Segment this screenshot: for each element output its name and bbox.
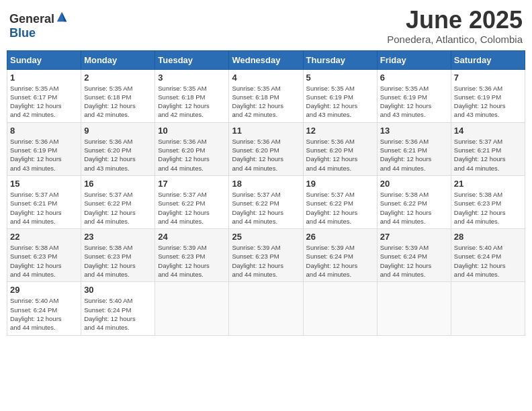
day-info: Sunrise: 5:36 AMSunset: 6:20 PMDaylight:… (306, 137, 374, 173)
day-number: 2 (84, 73, 152, 83)
day-number: 7 (454, 73, 522, 83)
calendar-day-cell: 22Sunrise: 5:38 AMSunset: 6:23 PMDayligh… (7, 229, 81, 282)
day-info: Sunrise: 5:40 AMSunset: 6:24 PMDaylight:… (10, 296, 78, 332)
calendar-table: SundayMondayTuesdayWednesdayThursdayFrid… (7, 50, 525, 336)
day-info: Sunrise: 5:35 AMSunset: 6:17 PMDaylight:… (10, 84, 78, 120)
day-info: Sunrise: 5:39 AMSunset: 6:24 PMDaylight:… (380, 243, 448, 279)
day-number: 19 (306, 179, 374, 189)
calendar-day-cell: 21Sunrise: 5:38 AMSunset: 6:23 PMDayligh… (451, 175, 525, 228)
day-number: 14 (454, 126, 522, 136)
calendar-day-cell: 2Sunrise: 5:35 AMSunset: 6:18 PMDaylight… (81, 69, 155, 122)
calendar-day-cell: 29Sunrise: 5:40 AMSunset: 6:24 PMDayligh… (7, 282, 81, 335)
calendar-day-cell: 19Sunrise: 5:37 AMSunset: 6:22 PMDayligh… (303, 175, 377, 228)
calendar-day-cell: 3Sunrise: 5:35 AMSunset: 6:18 PMDaylight… (155, 69, 229, 122)
day-info: Sunrise: 5:38 AMSunset: 6:22 PMDaylight:… (380, 190, 448, 226)
day-number: 6 (380, 73, 448, 83)
day-number: 4 (232, 73, 300, 83)
day-info: Sunrise: 5:35 AMSunset: 6:19 PMDaylight:… (306, 84, 374, 120)
day-number: 25 (232, 232, 300, 242)
logo-blue: Blue (9, 26, 36, 40)
calendar-header-wednesday: Wednesday (229, 50, 303, 69)
day-number: 24 (158, 232, 226, 242)
day-number: 23 (84, 232, 152, 242)
day-info: Sunrise: 5:36 AMSunset: 6:19 PMDaylight:… (10, 137, 78, 173)
day-number: 15 (10, 179, 78, 189)
day-info: Sunrise: 5:40 AMSunset: 6:24 PMDaylight:… (84, 296, 152, 332)
calendar-day-cell: 24Sunrise: 5:39 AMSunset: 6:23 PMDayligh… (155, 229, 229, 282)
calendar-header-saturday: Saturday (451, 50, 525, 69)
calendar-day-cell (303, 282, 377, 335)
day-info: Sunrise: 5:39 AMSunset: 6:24 PMDaylight:… (306, 243, 374, 279)
calendar-week-row: 1Sunrise: 5:35 AMSunset: 6:17 PMDaylight… (7, 69, 525, 122)
day-number: 12 (306, 126, 374, 136)
day-info: Sunrise: 5:36 AMSunset: 6:20 PMDaylight:… (232, 137, 300, 173)
calendar-day-cell (229, 282, 303, 335)
calendar-week-row: 15Sunrise: 5:37 AMSunset: 6:21 PMDayligh… (7, 175, 525, 228)
day-number: 10 (158, 126, 226, 136)
calendar-header-monday: Monday (81, 50, 155, 69)
calendar-day-cell: 16Sunrise: 5:37 AMSunset: 6:22 PMDayligh… (81, 175, 155, 228)
day-number: 9 (84, 126, 152, 136)
calendar-body: 1Sunrise: 5:35 AMSunset: 6:17 PMDaylight… (7, 69, 525, 335)
day-number: 30 (84, 285, 152, 295)
day-number: 16 (84, 179, 152, 189)
calendar-week-row: 22Sunrise: 5:38 AMSunset: 6:23 PMDayligh… (7, 229, 525, 282)
calendar-day-cell: 6Sunrise: 5:35 AMSunset: 6:19 PMDaylight… (377, 69, 451, 122)
calendar-day-cell (451, 282, 525, 335)
day-info: Sunrise: 5:37 AMSunset: 6:21 PMDaylight:… (454, 137, 522, 173)
calendar-day-cell: 9Sunrise: 5:36 AMSunset: 6:20 PMDaylight… (81, 122, 155, 175)
calendar-day-cell: 5Sunrise: 5:35 AMSunset: 6:19 PMDaylight… (303, 69, 377, 122)
day-info: Sunrise: 5:36 AMSunset: 6:19 PMDaylight:… (454, 84, 522, 120)
calendar-day-cell: 8Sunrise: 5:36 AMSunset: 6:19 PMDaylight… (7, 122, 81, 175)
calendar-week-row: 29Sunrise: 5:40 AMSunset: 6:24 PMDayligh… (7, 282, 525, 335)
day-info: Sunrise: 5:37 AMSunset: 6:22 PMDaylight:… (306, 190, 374, 226)
calendar-day-cell: 27Sunrise: 5:39 AMSunset: 6:24 PMDayligh… (377, 229, 451, 282)
day-number: 8 (10, 126, 78, 136)
calendar-day-cell: 1Sunrise: 5:35 AMSunset: 6:17 PMDaylight… (7, 69, 81, 122)
day-number: 5 (306, 73, 374, 83)
calendar-header-sunday: Sunday (7, 50, 81, 69)
day-number: 29 (10, 285, 78, 295)
day-info: Sunrise: 5:36 AMSunset: 6:21 PMDaylight:… (380, 137, 448, 173)
day-number: 11 (232, 126, 300, 136)
calendar-day-cell: 7Sunrise: 5:36 AMSunset: 6:19 PMDaylight… (451, 69, 525, 122)
day-info: Sunrise: 5:35 AMSunset: 6:19 PMDaylight:… (380, 84, 448, 120)
calendar-day-cell: 13Sunrise: 5:36 AMSunset: 6:21 PMDayligh… (377, 122, 451, 175)
logo: General Blue (9, 9, 68, 40)
day-number: 28 (454, 232, 522, 242)
day-info: Sunrise: 5:37 AMSunset: 6:22 PMDaylight:… (84, 190, 152, 226)
day-info: Sunrise: 5:39 AMSunset: 6:23 PMDaylight:… (232, 243, 300, 279)
day-info: Sunrise: 5:40 AMSunset: 6:24 PMDaylight:… (454, 243, 522, 279)
calendar-day-cell: 23Sunrise: 5:38 AMSunset: 6:23 PMDayligh… (81, 229, 155, 282)
calendar-week-row: 8Sunrise: 5:36 AMSunset: 6:19 PMDaylight… (7, 122, 525, 175)
day-number: 3 (158, 73, 226, 83)
calendar-day-cell: 30Sunrise: 5:40 AMSunset: 6:24 PMDayligh… (81, 282, 155, 335)
day-number: 21 (454, 179, 522, 189)
calendar-day-cell: 28Sunrise: 5:40 AMSunset: 6:24 PMDayligh… (451, 229, 525, 282)
day-info: Sunrise: 5:37 AMSunset: 6:22 PMDaylight:… (232, 190, 300, 226)
calendar-day-cell: 4Sunrise: 5:35 AMSunset: 6:18 PMDaylight… (229, 69, 303, 122)
day-info: Sunrise: 5:38 AMSunset: 6:23 PMDaylight:… (454, 190, 522, 226)
day-info: Sunrise: 5:37 AMSunset: 6:21 PMDaylight:… (10, 190, 78, 226)
day-number: 13 (380, 126, 448, 136)
calendar-day-cell: 15Sunrise: 5:37 AMSunset: 6:21 PMDayligh… (7, 175, 81, 228)
calendar-day-cell: 17Sunrise: 5:37 AMSunset: 6:22 PMDayligh… (155, 175, 229, 228)
day-number: 27 (380, 232, 448, 242)
title-area: June 2025 Ponedera, Atlantico, Colombia (387, 7, 523, 45)
calendar-day-cell: 12Sunrise: 5:36 AMSunset: 6:20 PMDayligh… (303, 122, 377, 175)
page-header: General Blue June 2025 Ponedera, Atlanti… (7, 7, 525, 45)
calendar-header-friday: Friday (377, 50, 451, 69)
month-title: June 2025 (387, 7, 523, 34)
day-number: 18 (232, 179, 300, 189)
day-info: Sunrise: 5:36 AMSunset: 6:20 PMDaylight:… (84, 137, 152, 173)
calendar-day-cell (155, 282, 229, 335)
calendar-header-row: SundayMondayTuesdayWednesdayThursdayFrid… (7, 50, 525, 69)
calendar-day-cell: 18Sunrise: 5:37 AMSunset: 6:22 PMDayligh… (229, 175, 303, 228)
day-info: Sunrise: 5:35 AMSunset: 6:18 PMDaylight:… (232, 84, 300, 120)
calendar-day-cell: 26Sunrise: 5:39 AMSunset: 6:24 PMDayligh… (303, 229, 377, 282)
day-info: Sunrise: 5:36 AMSunset: 6:20 PMDaylight:… (158, 137, 226, 173)
logo-general: General (9, 12, 54, 26)
day-number: 1 (10, 73, 78, 83)
day-number: 26 (306, 232, 374, 242)
day-info: Sunrise: 5:37 AMSunset: 6:22 PMDaylight:… (158, 190, 226, 226)
